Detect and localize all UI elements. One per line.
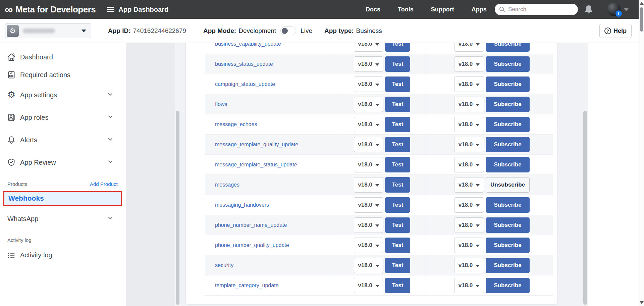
sidebar-item-activity-log[interactable]: Activity log <box>0 248 126 262</box>
sidebar-item-alerts[interactable]: Alerts <box>0 133 126 147</box>
inner-right-scrollbar[interactable] <box>583 43 588 306</box>
subscribe-button[interactable]: Unsubscribe <box>486 177 530 193</box>
sidebar-item-whatsapp[interactable]: WhatsApp <box>0 211 126 226</box>
subscribe-version-dropdown[interactable]: v18.0 <box>454 117 484 132</box>
account-chevron-down-icon[interactable] <box>624 8 629 11</box>
subscribe-version-dropdown[interactable]: v18.0 <box>454 278 484 293</box>
hamburger-menu-icon[interactable] <box>107 7 114 12</box>
sidebar-item-app-roles[interactable]: App roles <box>0 110 126 125</box>
subscribe-version-dropdown[interactable]: v18.0 <box>454 177 484 193</box>
webhook-field-link[interactable]: message_template_status_update <box>215 162 297 168</box>
subscribe-version-dropdown[interactable]: v18.0 <box>454 56 484 72</box>
test-version-dropdown[interactable]: v18.0 <box>354 177 383 193</box>
sidebar-item-label: Required actions <box>20 71 70 79</box>
search-box[interactable] <box>495 4 578 15</box>
test-version-dropdown[interactable]: v18.0 <box>354 97 383 112</box>
subscribe-version-dropdown[interactable]: v18.0 <box>454 97 484 112</box>
add-product-link[interactable]: Add Product <box>90 181 118 187</box>
sidebar-item-webhooks-selected[interactable]: Webhooks <box>3 191 122 206</box>
webhook-field-link[interactable]: flows <box>215 101 227 107</box>
subscribe-button[interactable]: Subscribe <box>486 217 530 233</box>
avatar[interactable]: f <box>607 3 621 16</box>
subscribe-version-dropdown[interactable]: v18.0 <box>454 157 484 172</box>
webhook-field-link[interactable]: phone_number_quality_update <box>215 242 289 248</box>
nav-link-support[interactable]: Support <box>431 6 454 13</box>
subscribe-version-dropdown[interactable]: v18.0 <box>454 76 484 92</box>
test-button[interactable]: Test <box>385 258 410 273</box>
test-version-dropdown[interactable]: v18.0 <box>354 76 383 92</box>
test-version-dropdown[interactable]: v18.0 <box>354 117 383 132</box>
subscribe-button[interactable]: Subscribe <box>486 278 530 293</box>
subscribe-version-dropdown[interactable]: v18.0 <box>454 258 484 273</box>
test-version-dropdown[interactable]: v18.0 <box>354 56 383 72</box>
test-version-dropdown[interactable]: v18.0 <box>354 157 383 172</box>
test-button[interactable]: Test <box>385 157 410 172</box>
test-button[interactable]: Test <box>385 43 410 52</box>
webhook-field-link[interactable]: message_template_quality_update <box>215 142 298 148</box>
webhook-field-link[interactable]: phone_number_name_update <box>215 222 287 228</box>
version-value: v18.0 <box>459 61 473 67</box>
meta-brand[interactable]: ∞ Meta for Developers <box>5 4 96 15</box>
webhook-field-link[interactable]: business_status_update <box>215 61 273 67</box>
test-button[interactable]: Test <box>385 137 410 152</box>
subscribe-button[interactable]: Subscribe <box>486 56 530 72</box>
test-button[interactable]: Test <box>385 197 410 213</box>
subscribe-version-dropdown[interactable]: v18.0 <box>454 217 484 233</box>
webhook-field-link[interactable]: business_capability_update <box>215 43 281 47</box>
test-version-dropdown[interactable]: v18.0 <box>354 238 383 253</box>
webhook-field-link[interactable]: campaign_status_update <box>215 81 275 87</box>
subscribe-button[interactable]: Subscribe <box>486 97 530 112</box>
scrollbar-thumb[interactable] <box>583 111 587 305</box>
subscribe-button[interactable]: Subscribe <box>486 258 530 273</box>
subscribe-version-dropdown[interactable]: v18.0 <box>454 197 484 213</box>
subscribe-version-dropdown[interactable]: v18.0 <box>454 238 484 253</box>
test-button[interactable]: Test <box>385 56 410 72</box>
test-version-dropdown[interactable]: v18.0 <box>354 258 383 273</box>
test-version-dropdown[interactable]: v18.0 <box>354 137 383 152</box>
scrollbar-thumb[interactable] <box>640 7 643 32</box>
subscribe-button[interactable]: Subscribe <box>486 43 530 52</box>
subscribe-version-dropdown[interactable]: v18.0 <box>454 43 484 52</box>
subscribe-version-dropdown[interactable]: v18.0 <box>454 137 484 152</box>
app-mode-toggle[interactable] <box>280 27 296 35</box>
sidebar-item-app-review[interactable]: App Review <box>0 155 126 170</box>
nav-link-apps[interactable]: Apps <box>472 6 487 13</box>
test-button[interactable]: Test <box>385 76 410 92</box>
test-version-dropdown[interactable]: v18.0 <box>354 278 383 293</box>
subscribe-button[interactable]: Subscribe <box>486 157 530 172</box>
subscribe-button[interactable]: Subscribe <box>486 197 530 213</box>
subscribe-button[interactable]: Subscribe <box>486 117 530 132</box>
scrollbar-thumb[interactable] <box>176 111 179 305</box>
webhook-field-link[interactable]: template_category_update <box>215 283 278 289</box>
nav-link-tools[interactable]: Tools <box>398 6 414 13</box>
webhook-field-link[interactable]: message_echoes <box>215 121 257 128</box>
test-version-dropdown[interactable]: v18.0 <box>354 43 383 52</box>
test-button[interactable]: Test <box>385 177 410 193</box>
inner-left-scrollbar[interactable] <box>175 43 180 306</box>
test-button[interactable]: Test <box>385 278 410 293</box>
app-selector-dropdown[interactable]: ⚙ <box>5 23 91 38</box>
test-button[interactable]: Test <box>385 97 410 112</box>
test-button[interactable]: Test <box>385 238 410 253</box>
test-version-dropdown[interactable]: v18.0 <box>354 197 383 213</box>
subscribe-button[interactable]: Subscribe <box>486 238 530 253</box>
test-button[interactable]: Test <box>385 117 410 132</box>
subscribe-button[interactable]: Subscribe <box>486 76 530 92</box>
test-version-dropdown[interactable]: v18.0 <box>354 217 383 233</box>
nav-link-docs[interactable]: Docs <box>366 6 380 13</box>
sidebar-item-required-actions[interactable]: Required actions <box>0 67 126 82</box>
notifications-bell-icon[interactable] <box>584 5 593 15</box>
sidebar-item-dashboard[interactable]: Dashboard <box>0 50 126 64</box>
scroll-up-arrow[interactable] <box>640 2 644 5</box>
subscribe-button[interactable]: Subscribe <box>486 137 530 152</box>
webhook-field-link[interactable]: security <box>215 262 233 268</box>
help-button[interactable]: ? Help <box>599 24 632 38</box>
webhook-field-link[interactable]: messaging_handovers <box>215 202 269 208</box>
browser-scrollbar[interactable] <box>639 0 644 306</box>
webhook-field-link[interactable]: messages <box>215 182 239 188</box>
scroll-down-arrow[interactable] <box>640 301 644 304</box>
search-input[interactable] <box>508 6 569 13</box>
test-button[interactable]: Test <box>385 217 410 233</box>
sidebar-item-app-settings[interactable]: ⚙ App settings <box>0 88 126 102</box>
chevron-down-icon <box>375 164 379 166</box>
